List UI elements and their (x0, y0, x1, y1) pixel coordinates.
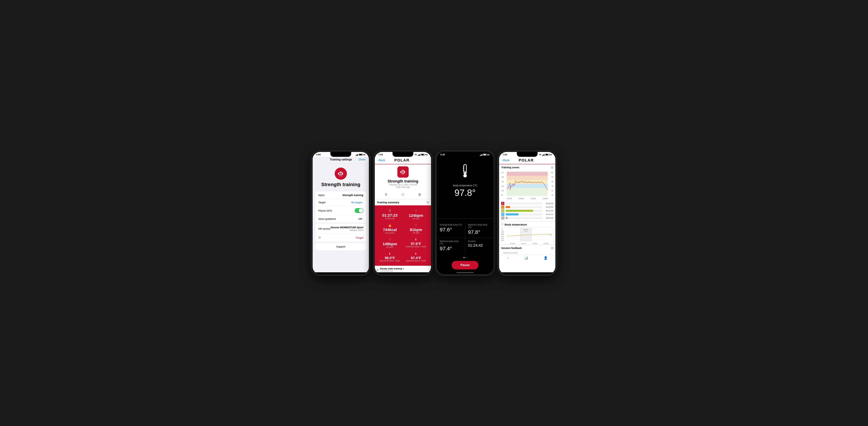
zone-1-band (507, 188, 548, 196)
zone-4-bar-container (506, 206, 542, 208)
back-button-4[interactable]: ‹ Back (502, 159, 509, 162)
expand-icon-summary[interactable]: ⊡ (427, 201, 429, 204)
zone-3-bar (506, 210, 533, 212)
list-button[interactable]: ☰ (383, 192, 389, 198)
avg-temp-label-3: Average body temp (°F) (440, 224, 462, 226)
activity-date: Tuesday, Apr 9, 2024, 5:05 AM (389, 184, 417, 186)
zone-row-4: 4 00:03:55 (501, 205, 553, 209)
screen-2: ‹ Back POLAR. (375, 157, 431, 272)
share-button[interactable]: ⬡ (400, 192, 406, 198)
calories-value: 744kcal (383, 228, 397, 232)
polar-header-4: ‹ Back POLAR. (499, 157, 555, 164)
zone-3-num: 3 (501, 209, 504, 212)
flame-icon: 🔥 (388, 223, 392, 227)
max-temp-cell: 🌡 98.0°F Maximum body temp (377, 250, 403, 264)
home-indicator-3 (456, 272, 474, 273)
gear-icon: ⚙ (318, 236, 321, 239)
steady-state-value: Steady state training + (380, 267, 404, 270)
5g-icon-4: 5G (539, 154, 541, 156)
pagination (437, 254, 493, 260)
polar-logo: POLAR. (395, 158, 410, 163)
max-temp-cell-3: Maximum body temp (°F) 97.8° (465, 222, 493, 238)
5g-icon-2: 5G (414, 154, 417, 156)
back-button-2[interactable]: ‹ Back (378, 159, 385, 162)
min-temp-value: 97.4°F (411, 256, 421, 260)
zone-3-band (507, 180, 548, 184)
zones-chart-area: bpm % 175 158 140 122 105 88 100 90 80 (499, 170, 555, 201)
activity-icon (397, 166, 409, 177)
done-button[interactable]: Done (359, 158, 365, 161)
stats-grid: ⏱ 01:27:23 Duration ♡ 124bpm HR avg 🔥 74… (375, 205, 431, 266)
x-labels: 0:20:00 0:40:00 1:00:00 1:20:00 (507, 198, 548, 199)
min-temp-cell-3: Minimum body temp (°F) 97.4° (437, 238, 465, 254)
activity-icon-nav: 📊 (524, 256, 528, 260)
nav-home[interactable]: ⌂ (507, 256, 509, 260)
delete-button[interactable]: 🗑 (416, 192, 423, 198)
home-indicator-4 (519, 273, 536, 274)
svg-rect-9 (400, 171, 401, 172)
sport-row[interactable]: Sport Strength training (315, 192, 366, 199)
battery-fill-1 (359, 154, 362, 155)
zone-1-bar (506, 217, 507, 219)
svg-rect-12 (404, 171, 404, 173)
nav-activity[interactable]: 📊 (524, 256, 528, 260)
chart-selection: 0:41:4197.4 (520, 228, 532, 241)
expand-icon-zones[interactable]: ⊡ (551, 166, 553, 169)
support-row[interactable]: Support (315, 243, 366, 250)
gps-label: Phone GPS (318, 209, 332, 212)
expand-icon-feedback[interactable]: ⊡ (551, 246, 553, 250)
target-row[interactable]: Target No target › (315, 199, 366, 206)
voice-label: Voice guidance (318, 217, 336, 220)
notch-2 (393, 152, 413, 157)
home-indicator-2 (394, 273, 412, 274)
duration-label-3: Duration (468, 240, 491, 242)
duration-value: 01:27:23 (382, 214, 398, 217)
forget-label: Forget (356, 236, 363, 239)
activity-header: Strength training Tuesday, Apr 9, 2024, … (375, 164, 431, 190)
gps-toggle[interactable] (355, 208, 363, 213)
benefit-content: Steady state training + Training Benefit (380, 267, 404, 272)
zone-2-bar (506, 214, 519, 216)
temp-chart-container: F° 100 99.0 98.0 97.0 96.0 95.0 (499, 227, 555, 245)
polar-header: ‹ Back POLAR. (375, 157, 431, 164)
training-benefit-bar: ▶ Steady state training + Training Benef… (375, 266, 431, 272)
status-icons-3: 82 (480, 154, 490, 156)
home-indicator-1 (332, 273, 349, 274)
hr-min-value: 81bpm (410, 228, 422, 232)
avg-temp-label: Average body temp (406, 246, 426, 248)
thermometer-avg-icon: 🌡 (414, 238, 417, 241)
sensor-name: Sensor-MOMENTUM Sport (331, 226, 363, 229)
pause-button[interactable]: Pause (452, 261, 478, 269)
strength-icon-2 (400, 169, 406, 175)
screen-4: ‹ Back POLAR. Training zones ⊡ bpm % 175… (499, 157, 555, 272)
voice-value: Off (359, 217, 362, 220)
temp-x-labels: 0:20:00 0:40:00 1:00:00 1:20:00 (507, 243, 552, 244)
nav-profile[interactable]: 👤 (544, 256, 548, 260)
svg-rect-3 (342, 173, 342, 174)
screen-1: Training settings Done (313, 157, 369, 272)
max-temp-label: Maximum body temp (380, 260, 400, 262)
activity-title: Strength training (388, 179, 418, 184)
settings-list: Sport Strength training Target No target… (315, 192, 366, 222)
how-do-you-label: How do you feel? (501, 251, 520, 255)
zone-2-bar-container (506, 214, 542, 216)
gps-row[interactable]: Phone GPS (315, 206, 366, 215)
polar-logo-4: POLAR. (519, 158, 535, 163)
max-temp-val-3: 97.8° (468, 229, 491, 235)
sport-name: Strength training (321, 182, 361, 187)
voice-row[interactable]: Voice guidance Off › (315, 215, 366, 222)
zone-4-band (507, 176, 548, 180)
battery-3 (483, 154, 487, 156)
zones-legend: 5 00:00:00 4 00:03:55 3 (499, 201, 555, 221)
chevron-icon-target: › (363, 201, 363, 204)
forget-row[interactable]: ⚙ Forget (315, 234, 366, 241)
phone-1: 4:59 96 Training settings Done (311, 151, 370, 275)
duration-val-3: 01:24:42 (468, 243, 491, 248)
zone-4-time: 00:03:55 (544, 206, 553, 208)
dot-1 (464, 257, 465, 258)
signal-bar-1 (355, 155, 356, 156)
hr-sensor-row: HR sensor Sensor-MOMENTUM Sport Battery … (315, 224, 366, 234)
duration-cell-3: Duration 01:24:42 (465, 238, 493, 254)
target-label: Target (318, 201, 326, 204)
training-summary-label: Training summary (377, 201, 399, 204)
